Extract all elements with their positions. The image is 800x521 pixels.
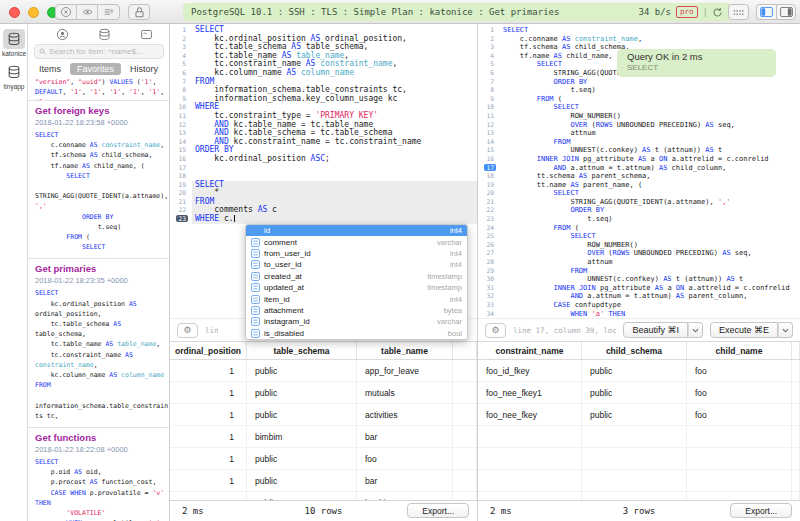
- app-grid-button[interactable]: [728, 4, 749, 20]
- table-row[interactable]: 1publicbar: [170, 470, 477, 492]
- code-line[interactable]: 17: [170, 164, 477, 173]
- disconnect-button[interactable]: [56, 5, 77, 19]
- table-cell[interactable]: bimbim: [247, 426, 357, 447]
- table-row[interactable]: foo_nee_fkey1publicfoo: [478, 382, 800, 404]
- code-line[interactable]: 9 FROM (: [478, 95, 800, 104]
- table-cell[interactable]: [687, 426, 792, 447]
- table-cell[interactable]: bar: [357, 470, 453, 491]
- table-cell[interactable]: [687, 470, 792, 491]
- table-row[interactable]: 1publicbookings: [170, 492, 477, 500]
- table-cell[interactable]: 1: [170, 470, 247, 491]
- code-line[interactable]: 7 ORDER BY: [478, 78, 800, 87]
- table-cell[interactable]: [478, 426, 582, 447]
- table-cell[interactable]: public: [582, 382, 687, 403]
- table-row[interactable]: 1bimbimbar: [170, 426, 477, 448]
- table-cell[interactable]: foo_nee_fkey1: [478, 382, 582, 403]
- code-line[interactable]: 21 STRING_AGG(QUOTE_IDENT(a.attname), ',…: [478, 198, 800, 207]
- execute-menu-button[interactable]: [778, 322, 793, 338]
- gear-button[interactable]: ⚙︎: [177, 323, 198, 338]
- code-line[interactable]: 15 UNNEST(c.conkey) AS t (attnum)) AS t: [478, 146, 800, 155]
- table-cell[interactable]: app_for_leave: [357, 360, 453, 381]
- code-line[interactable]: 26 ROW_NUMBER(): [478, 241, 800, 250]
- user-circle-button[interactable]: [56, 28, 69, 41]
- code-line[interactable]: 13 attnum: [478, 129, 800, 138]
- beautify-menu-button[interactable]: [688, 322, 703, 338]
- code-line[interactable]: 10 SELECT: [478, 103, 800, 112]
- search-field[interactable]: [34, 44, 164, 59]
- autocomplete-item[interactable]: created_attimestamp: [246, 271, 467, 282]
- table-cell[interactable]: foo: [687, 360, 792, 381]
- table-row[interactable]: 1publicapp_for_leave: [170, 360, 477, 382]
- table-cell[interactable]: foo: [687, 382, 792, 403]
- table-cell[interactable]: 1: [170, 382, 247, 403]
- table-row[interactable]: [478, 426, 800, 448]
- autocomplete-item[interactable]: idint4: [246, 225, 467, 236]
- code-line[interactable]: 27 OVER (ROWS UNBOUNDED PRECEDING) AS se…: [478, 249, 800, 258]
- connection-item-tinyapp[interactable]: tinyapp: [0, 57, 28, 90]
- table-cell[interactable]: public: [582, 360, 687, 381]
- tab-history[interactable]: History: [130, 64, 158, 74]
- column-header[interactable]: table_schema: [247, 342, 357, 359]
- code-line[interactable]: 19 tt.name AS parent_name, (: [478, 181, 800, 190]
- refresh-button[interactable]: [712, 7, 723, 18]
- table-cell[interactable]: public: [247, 382, 357, 403]
- code-line[interactable]: 32 AND a.attnum = t.attnum) AS parent_co…: [478, 292, 800, 301]
- toggle-right-panel-button[interactable]: [776, 4, 796, 20]
- table-row[interactable]: 1publicfoo: [170, 448, 477, 470]
- table-cell[interactable]: foo_id_fkey: [478, 360, 582, 381]
- table-cell[interactable]: 1: [170, 404, 247, 425]
- table-cell[interactable]: [478, 492, 582, 500]
- console-button[interactable]: [140, 28, 153, 41]
- table-cell[interactable]: bookings: [357, 492, 453, 500]
- connection-item-katonice[interactable]: katonice: [0, 24, 28, 57]
- autocomplete-item[interactable]: updated_attimestamp: [246, 282, 467, 293]
- autocomplete-item[interactable]: is_disabledbool: [246, 328, 467, 339]
- column-header[interactable]: child_name: [687, 342, 792, 359]
- search-input[interactable]: [49, 47, 159, 56]
- code-line[interactable]: 31 INNER JOIN pg_attribute AS a ON a.att…: [478, 284, 800, 293]
- table-row[interactable]: [478, 470, 800, 492]
- autocomplete-item[interactable]: attachmentbytea: [246, 305, 467, 316]
- code-line[interactable]: 23WHERE c.: [170, 215, 477, 224]
- export-button[interactable]: Export...: [730, 503, 792, 518]
- table-cell[interactable]: 1: [170, 448, 247, 469]
- autocomplete-item[interactable]: instagram_idvarchar: [246, 316, 467, 327]
- table-cell[interactable]: public: [247, 470, 357, 491]
- database-button[interactable]: [98, 28, 111, 41]
- code-line[interactable]: 30 UNNEST(c.confkey) AS t (attnum)) AS t: [478, 275, 800, 284]
- autocomplete-item[interactable]: to_user_idint4: [246, 259, 467, 270]
- code-line[interactable]: 23 t.seq): [478, 215, 800, 224]
- table-row[interactable]: foo_id_fkeypublicfoo: [478, 360, 800, 382]
- code-line[interactable]: 33 CASE confupdtype: [478, 301, 800, 310]
- column-header[interactable]: table_name: [357, 342, 453, 359]
- code-line[interactable]: 8 t.seq): [478, 86, 800, 95]
- preview-button[interactable]: [77, 5, 98, 19]
- table-cell[interactable]: 1: [170, 360, 247, 381]
- column-header[interactable]: constraint_name: [478, 342, 582, 359]
- table-cell[interactable]: activities: [357, 404, 453, 425]
- lock-button[interactable]: [128, 4, 150, 20]
- code-line[interactable]: 25 SELECT: [478, 232, 800, 241]
- beautify-button[interactable]: Beautify ⌘I: [623, 322, 688, 338]
- table-cell[interactable]: bar: [357, 426, 453, 447]
- column-header[interactable]: ordinal_position: [170, 342, 247, 359]
- table-cell[interactable]: [582, 492, 687, 500]
- autocomplete-item[interactable]: from_user_idint4: [246, 248, 467, 259]
- table-cell[interactable]: [687, 492, 792, 500]
- table-cell[interactable]: public: [582, 404, 687, 425]
- close-window-button[interactable]: [9, 7, 20, 18]
- code-line[interactable]: 11 ROW_NUMBER(): [478, 112, 800, 121]
- table-row[interactable]: [478, 448, 800, 470]
- table-cell[interactable]: [478, 448, 582, 469]
- table-cell[interactable]: [687, 448, 792, 469]
- code-line[interactable]: 2 c.conname AS constraint_name,: [478, 35, 800, 44]
- code-line[interactable]: 16 INNER JOIN pg_attribute AS a ON a.att…: [478, 155, 800, 164]
- table-cell[interactable]: [478, 470, 582, 491]
- table-cell[interactable]: [582, 470, 687, 491]
- table-row[interactable]: 1publicactivities: [170, 404, 477, 426]
- column-header[interactable]: child_schema: [582, 342, 687, 359]
- table-cell[interactable]: [582, 448, 687, 469]
- table-cell[interactable]: 1: [170, 426, 247, 447]
- execute-button[interactable]: Execute ⌘E: [710, 322, 778, 338]
- gear-button[interactable]: ⚙︎: [485, 323, 506, 338]
